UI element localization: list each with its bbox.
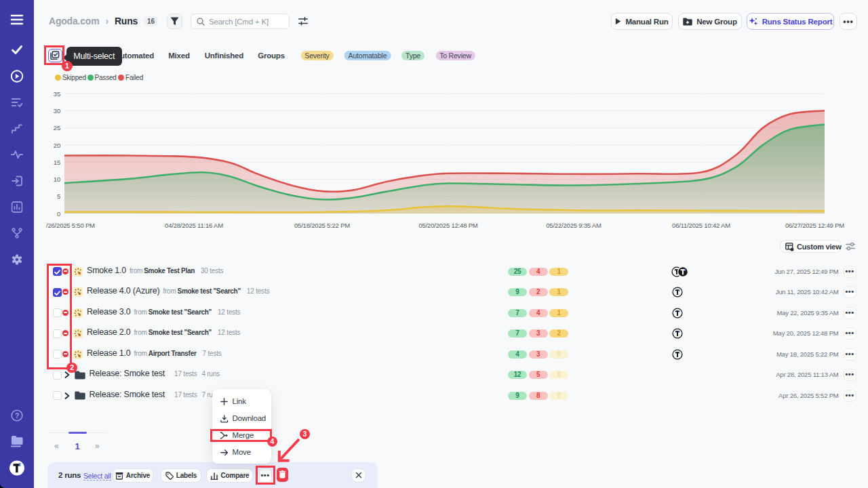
svg-text:06/27/2025 12:49 PM: 06/27/2025 12:49 PM	[785, 222, 844, 229]
svg-text:06/11/2025 10:42 AM: 06/11/2025 10:42 AM	[672, 222, 730, 229]
svg-text:05/18/2025 5:22 PM: 05/18/2025 5:22 PM	[294, 222, 350, 229]
svg-text:35: 35	[54, 90, 60, 98]
svg-text:25: 25	[54, 124, 60, 131]
svg-text:0: 0	[57, 210, 60, 218]
svg-text:20: 20	[54, 142, 60, 149]
svg-text:05/20/2025 12:48 PM: 05/20/2025 12:48 PM	[418, 222, 477, 229]
svg-text:04/28/2025 11:16 AM: 04/28/2025 11:16 AM	[165, 222, 223, 229]
svg-text:?: ?	[15, 411, 19, 420]
svg-text:15: 15	[54, 159, 60, 166]
svg-text:05/22/2025 9:35 AM: 05/22/2025 9:35 AM	[546, 222, 601, 229]
svg-text:10: 10	[54, 176, 60, 183]
svg-text:/26/2025 5:50 PM: /26/2025 5:50 PM	[46, 222, 95, 229]
svg-text:5: 5	[57, 192, 60, 200]
svg-text:30: 30	[54, 107, 60, 115]
